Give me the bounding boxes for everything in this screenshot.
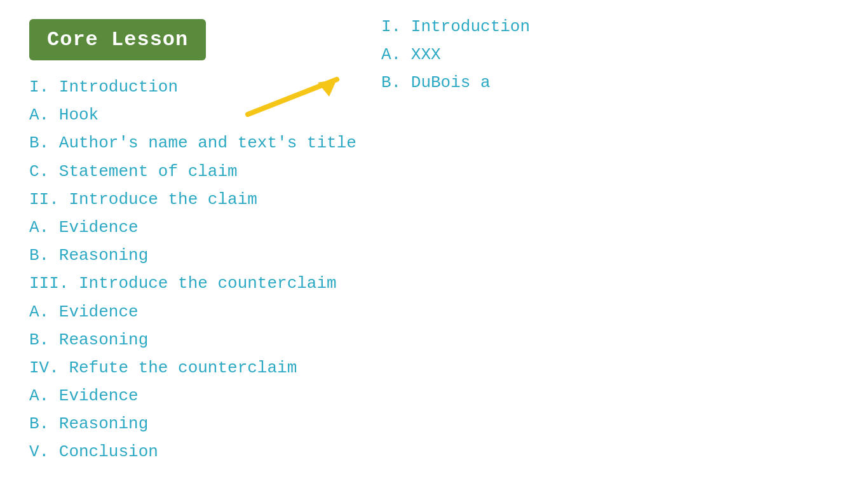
outline-item-4: C. Statement of claim — [29, 158, 356, 186]
right-panel: I. Introduction A. XXX B. DuBois a — [381, 13, 530, 97]
outline-item-7: B. Reasoning — [29, 241, 356, 269]
outline-item-3: B. Author's name and text's title — [29, 129, 356, 157]
core-lesson-badge: Core Lesson — [29, 19, 206, 60]
outline-item-2: A. Hook — [29, 101, 356, 129]
right-item-3: B. DuBois a — [381, 69, 530, 97]
outline-item-11: IV. Refute the counterclaim — [29, 354, 356, 382]
outline-item-10: B. Reasoning — [29, 326, 356, 354]
outline-item-9: A. Evidence — [29, 298, 356, 326]
outline-item-5: II. Introduce the claim — [29, 186, 356, 214]
outline-item-8: III. Introduce the counterclaim — [29, 269, 356, 297]
outline-item-1: I. Introduction — [29, 73, 356, 101]
right-item-2: A. XXX — [381, 41, 530, 69]
outline-item-13: B. Reasoning — [29, 410, 356, 438]
right-item-1: I. Introduction — [381, 13, 530, 41]
outline-item-6: A. Evidence — [29, 214, 356, 241]
outline-item-12: A. Evidence — [29, 382, 356, 410]
outline-item-14: V. Conclusion — [29, 438, 356, 466]
left-outline: I. Introduction A. Hook B. Author's name… — [29, 73, 356, 466]
